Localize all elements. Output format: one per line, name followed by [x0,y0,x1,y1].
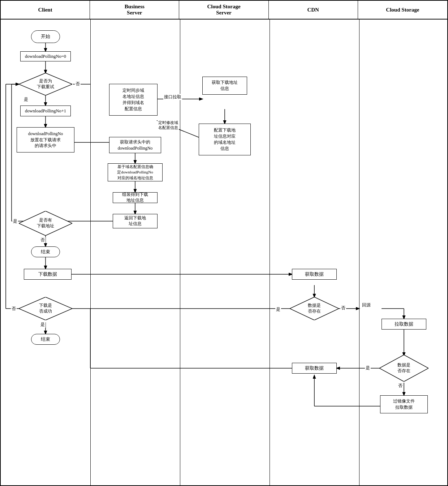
node-increment: downloadPollingNo+1 [20,106,71,116]
node-start: 开始 [31,30,60,43]
node-download-data: 下载数据 [24,269,72,280]
diagram-container: Client Business Server Cloud Storage Ser… [0,0,448,486]
label-pullback: 回源 [361,302,371,308]
label-cdn-exists-yes: 是 [275,306,281,313]
header-client: Client [1,1,90,19]
header-cloud-server: Cloud Storage Server [179,1,268,19]
node-fetch-data-cdn: 获取数据 [292,269,337,280]
node-get-domain-config: 基于域名配置信息确定downloadPollingNo对应的域名地址信息 [108,163,163,181]
header-cloud-storage: Cloud Storage [358,1,447,19]
label-modify-domain: 定时修改域名配置信息 [158,120,179,130]
node-get-header: 获取请求头中的downloadPollingNo [109,137,161,153]
header-row: Client Business Server Cloud Storage Ser… [1,1,447,20]
label-cloud-exists-no: 否 [397,383,403,389]
node-end1: 结束 [31,246,60,257]
node-config-domain: 配置下载地址信息对应的域名地址信息 [199,124,251,155]
node-get-download-addr: 获取下载地址信息 [202,77,247,95]
node-mirror-pull: 过镜像文件拉取数据 [380,395,428,413]
node-has-url: 是否有下载地址 [19,211,72,236]
node-is-success: 下载是否成功 [19,297,72,320]
label-cloud-exists-yes: 是 [365,365,371,371]
node-end2: 结束 [31,334,60,345]
node-data-exists-cloud: 数据是否存在 [379,355,428,382]
node-fetch-data-cloud: 获取数据 [292,363,337,374]
node-pull-data: 拉取数据 [382,319,426,330]
label-retry-no: 否 [75,81,81,87]
label-hasurl-yes: 是 [12,218,18,224]
node-assemble: 组装得到下载地址信息 [113,192,158,203]
label-success-yes: 是 [40,322,46,328]
label-hasurl-no: 否 [40,237,46,243]
node-set-header: downloadPollingNo放置在下载请求的请求头中 [17,127,74,152]
node-return-url: 返回下载地址信息 [113,214,158,228]
node-data-exists-cdn: 数据是否存在 [290,297,339,320]
label-cdn-exists-no: 否 [340,305,346,311]
header-cdn: CDN [269,1,358,19]
label-retry-yes: 是 [23,96,29,103]
node-sync-domain: 定时同步域名地址信息并得到域名配置信息 [109,84,158,116]
node-is-retry: 是否为下载重试 [19,73,72,95]
label-interface-pull: 接口拉取 [163,94,182,100]
header-business: Business Server [90,1,179,19]
node-init: downloadPollingNo=0 [20,51,71,61]
label-success-no: 否 [11,306,17,312]
